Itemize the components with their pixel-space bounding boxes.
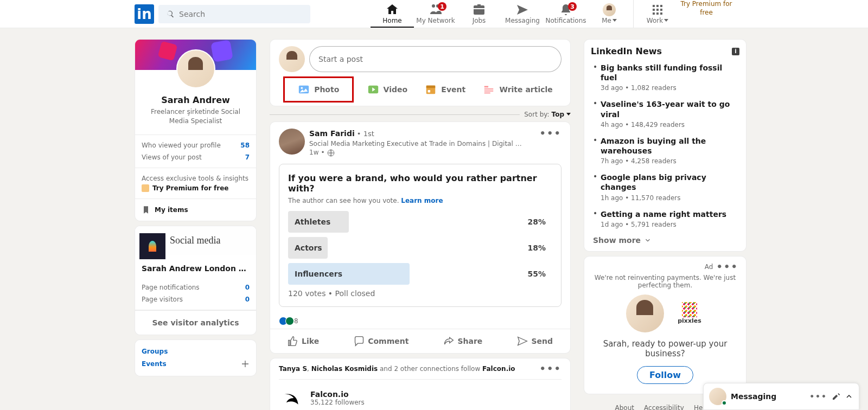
news-title: LinkedIn News xyxy=(591,46,662,56)
post-author-headline: Social Media Marketing Executive at Trad… xyxy=(309,139,526,149)
svg-rect-4 xyxy=(426,86,436,88)
presence-indicator xyxy=(722,400,727,406)
composer-video-button[interactable]: Video xyxy=(363,76,412,102)
start-post-button[interactable]: Start a post xyxy=(309,46,561,72)
chevron-down-icon xyxy=(644,236,652,244)
my-items-link[interactable]: My items xyxy=(135,199,256,221)
poll-learn-more[interactable]: Learn more xyxy=(401,197,443,204)
main-feed: Start a post Photo Video Event Write ar xyxy=(270,39,571,410)
search-wrap xyxy=(158,5,310,23)
post2-context: Tanya S, Nicholas Kosmidis and 2 other c… xyxy=(279,365,515,373)
send-icon xyxy=(517,336,528,347)
discover-events[interactable]: Events xyxy=(142,357,250,370)
composer-photo-button[interactable]: Photo xyxy=(283,76,354,102)
profile-stats: Who viewed your profile58 Views of your … xyxy=(135,135,256,168)
profile-avatar[interactable] xyxy=(176,49,215,88)
share-icon xyxy=(443,336,454,347)
ad-menu[interactable]: ••• xyxy=(716,262,738,272)
nav-home[interactable]: Home xyxy=(371,0,414,28)
premium-upsell[interactable]: Access exclusive tools & insights Try Pr… xyxy=(135,168,256,199)
comment-button[interactable]: Comment xyxy=(349,330,413,352)
chevron-down-icon xyxy=(566,113,571,118)
home-icon xyxy=(386,3,399,16)
poll-option[interactable]: Influencers55% xyxy=(288,263,552,285)
chevron-down-icon xyxy=(612,19,617,24)
briefcase-icon xyxy=(473,3,486,16)
dock-menu[interactable]: ••• xyxy=(809,393,827,400)
poll-question: If you were a brand, who would you rathe… xyxy=(288,173,552,194)
svg-rect-7 xyxy=(484,88,494,89)
svg-rect-6 xyxy=(484,86,488,88)
like-button[interactable]: Like xyxy=(283,330,323,352)
page-card: Social media Sarah Andrew London So... P… xyxy=(135,226,257,335)
news-item[interactable]: Google plans big privacy changes1h ago •… xyxy=(591,170,739,207)
nav-messaging[interactable]: Messaging xyxy=(501,0,544,28)
post2-name[interactable]: Falcon.io xyxy=(310,390,365,399)
page-cover-text: Social media xyxy=(170,235,220,246)
chevron-up-icon[interactable] xyxy=(845,392,853,401)
falcon-logo[interactable] xyxy=(279,385,305,410)
footer-accessibility[interactable]: Accessibility xyxy=(644,404,684,410)
reactions[interactable]: 8 xyxy=(279,313,561,329)
post-author-avatar[interactable] xyxy=(279,129,305,155)
premium-link[interactable]: Try Premium for free xyxy=(679,0,733,28)
reaction-icons xyxy=(279,317,292,325)
poll-option[interactable]: Actors18% xyxy=(288,237,552,259)
nav-work[interactable]: Work xyxy=(636,0,679,28)
stat-post-views[interactable]: Views of your post7 xyxy=(135,151,256,163)
globe-icon xyxy=(327,149,335,157)
news-item[interactable]: Vaseline's 163-year wait to go viral4h a… xyxy=(591,97,739,133)
compose-icon[interactable] xyxy=(832,392,840,401)
profile-subtitle: Freelancer şirketinde Social Media Speci… xyxy=(142,107,250,126)
news-item[interactable]: Big banks still funding fossil fuel3d ag… xyxy=(591,61,739,97)
share-button[interactable]: Share xyxy=(439,330,487,352)
post2-menu[interactable]: ••• xyxy=(539,364,561,374)
me-avatar xyxy=(603,3,616,16)
ad-card: Ad••• We're not reinventing payments. We… xyxy=(584,256,746,394)
composer-avatar[interactable] xyxy=(279,46,305,72)
news-show-more[interactable]: Show more xyxy=(591,234,739,245)
right-rail: LinkedIn News i Big banks still funding … xyxy=(584,39,746,410)
post-time: 1w • xyxy=(309,148,535,157)
ad-user-avatar xyxy=(626,294,664,332)
send-button[interactable]: Send xyxy=(513,330,557,352)
info-icon[interactable]: i xyxy=(732,48,739,55)
post-author[interactable]: Sam Faridi • 1st xyxy=(309,129,535,139)
composer-article-button[interactable]: Write article xyxy=(478,76,557,102)
nav-notifications[interactable]: 3 Notifications xyxy=(544,0,588,28)
linkedin-logo[interactable]: in xyxy=(135,4,154,24)
nav-network[interactable]: 1 My Network xyxy=(414,0,457,28)
stat-profile-views[interactable]: Who viewed your profile58 xyxy=(135,139,256,151)
photo-icon xyxy=(298,84,310,95)
see-visitor-analytics[interactable]: See visitor analytics xyxy=(135,310,256,335)
post-menu[interactable]: ••• xyxy=(539,129,561,157)
composer-event-button[interactable]: Event xyxy=(420,76,470,102)
news-item[interactable]: Getting a name right matters1d ago • 5,7… xyxy=(591,207,739,234)
footer-about[interactable]: About xyxy=(615,404,634,410)
discover-groups[interactable]: Groups xyxy=(142,345,250,357)
plus-icon[interactable] xyxy=(241,360,250,368)
ad-follow-button[interactable]: Follow xyxy=(637,366,693,384)
ad-brand-logo: pixxles xyxy=(675,298,705,328)
ad-label: Ad xyxy=(705,263,713,271)
bookmark-icon xyxy=(142,206,150,214)
page-visitors[interactable]: Page visitors0 xyxy=(135,293,256,305)
profile-card: Sarah Andrew Freelancer şirketinde Socia… xyxy=(135,39,257,221)
nav-me[interactable]: Me xyxy=(588,0,631,28)
nav-jobs[interactable]: Jobs xyxy=(457,0,501,28)
post2-followers: 35,122 followers xyxy=(310,399,365,406)
search-icon xyxy=(166,10,175,18)
messaging-dock[interactable]: Messaging ••• xyxy=(703,383,859,410)
sort-dropdown[interactable]: Top xyxy=(552,111,571,118)
poll-option[interactable]: Athletes28% xyxy=(288,211,552,233)
news-item[interactable]: Amazon is buying all the warehouses7h ag… xyxy=(591,134,739,170)
svg-rect-5 xyxy=(428,90,431,93)
composer-card: Start a post Photo Video Event Write ar xyxy=(270,39,571,106)
feed-post-2: Tanya S, Nicholas Kosmidis and 2 other c… xyxy=(270,358,571,410)
nav-separator xyxy=(633,0,634,28)
page-cover: Social media xyxy=(135,226,256,255)
profile-name[interactable]: Sarah Andrew xyxy=(142,95,250,105)
poll-note: The author can see how you vote. Learn m… xyxy=(288,197,552,204)
search-input[interactable] xyxy=(158,5,310,23)
page-notifications[interactable]: Page notifications0 xyxy=(135,281,256,293)
